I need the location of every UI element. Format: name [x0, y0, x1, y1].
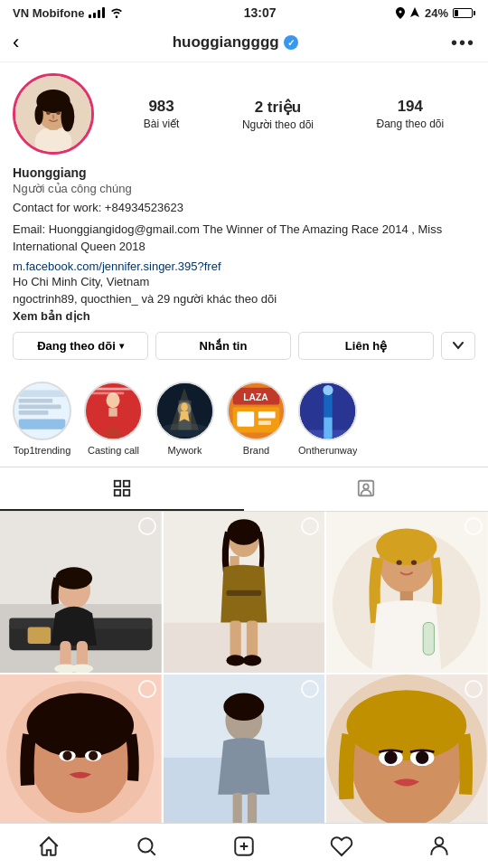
username-display: huoggiangggg ✓ — [173, 33, 298, 52]
verified-badge: ✓ — [284, 35, 298, 50]
svg-point-91 — [385, 751, 398, 764]
nav-search[interactable] — [127, 826, 166, 866]
profile-contact: Contact for work: +84934523623 — [13, 199, 475, 217]
svg-point-94 — [138, 838, 152, 852]
grid-photo-2[interactable] — [164, 512, 325, 674]
select-circle-1 — [138, 517, 156, 535]
status-time: 13:07 — [244, 5, 277, 20]
highlight-circle-mywork — [155, 382, 214, 440]
more-button[interactable] — [441, 332, 475, 360]
followers-label: Người theo dõi — [242, 118, 314, 131]
status-right: 24% — [396, 6, 475, 20]
profile-icon — [427, 835, 451, 858]
profile-followed-by: ngoctrinh89, quocthien_ và 29 người khác… — [13, 292, 475, 306]
profile-name: Huonggiang — [13, 165, 475, 180]
svg-rect-50 — [77, 640, 88, 666]
highlight-runway[interactable]: Ontherunway — [298, 382, 357, 456]
grid-photo-6[interactable] — [326, 675, 488, 836]
svg-rect-31 — [258, 420, 271, 425]
nav-activity[interactable] — [322, 826, 361, 866]
svg-rect-61 — [247, 620, 258, 657]
svg-point-62 — [226, 655, 244, 665]
highlight-top1trending[interactable]: Top1trending — [13, 382, 71, 456]
followers-count: 2 triệu — [242, 98, 314, 117]
svg-rect-36 — [324, 417, 332, 438]
battery-icon — [453, 8, 475, 18]
person-tag-icon — [356, 478, 376, 498]
svg-rect-14 — [19, 419, 66, 429]
svg-point-7 — [46, 111, 51, 115]
svg-rect-40 — [124, 489, 129, 495]
svg-rect-60 — [230, 620, 240, 657]
stat-following[interactable]: 194 Đang theo dõi — [376, 98, 444, 131]
svg-point-6 — [34, 105, 42, 125]
highlight-label-mywork: Mywork — [168, 445, 202, 456]
svg-point-75 — [27, 693, 134, 758]
contact-button[interactable]: Liên hệ — [298, 332, 434, 360]
carrier-label: VN Mobifone — [13, 6, 84, 20]
svg-rect-19 — [90, 392, 125, 394]
highlight-circle-casting — [84, 382, 143, 440]
translate-button[interactable]: Xem bản dịch — [13, 309, 475, 323]
tab-grid[interactable] — [0, 467, 244, 511]
back-button[interactable]: ‹ — [13, 31, 19, 54]
posts-label: Bài viết — [144, 118, 180, 130]
avatar — [13, 73, 94, 155]
heart-icon — [330, 835, 353, 858]
select-circle-4 — [138, 680, 156, 698]
svg-rect-71 — [424, 622, 435, 655]
following-count: 194 — [376, 98, 444, 116]
chevron-down-icon — [452, 339, 465, 352]
svg-point-48 — [55, 567, 92, 590]
highlight-casting[interactable]: Casting call — [84, 382, 143, 456]
tab-tagged[interactable] — [244, 467, 488, 511]
following-button[interactable]: Đang theo dõi ▾ — [13, 332, 148, 360]
profile-subtitle: Người của công chúng — [13, 182, 475, 195]
select-circle-3 — [465, 517, 483, 535]
direction-icon — [409, 7, 420, 18]
highlight-circle-top1 — [13, 382, 71, 440]
more-options-button[interactable]: ••• — [451, 33, 475, 53]
nav-add[interactable] — [224, 826, 264, 866]
svg-point-42 — [363, 484, 369, 489]
nav-profile[interactable] — [419, 826, 459, 866]
svg-point-69 — [411, 560, 417, 564]
wifi-icon — [109, 7, 124, 18]
svg-text:LAZA: LAZA — [243, 392, 268, 401]
svg-rect-10 — [19, 390, 66, 397]
highlights-row: Top1trending Casting call — [0, 374, 488, 467]
highlight-brand[interactable]: LAZA Brand — [227, 382, 286, 456]
nav-home[interactable] — [29, 826, 69, 866]
svg-point-77 — [62, 751, 71, 760]
highlight-thumb-brand-image: LAZA — [229, 382, 284, 440]
stat-followers[interactable]: 2 triệu Người theo dõi — [242, 98, 314, 131]
location-icon — [396, 7, 405, 19]
grid-photo-4[interactable] — [0, 675, 162, 836]
avatar-image — [15, 76, 91, 152]
content-tabs — [0, 467, 488, 512]
svg-rect-49 — [60, 640, 70, 666]
svg-point-52 — [71, 664, 94, 673]
signal-icon — [89, 7, 105, 18]
message-button[interactable]: Nhắn tin — [155, 332, 291, 360]
profile-stats: 983 Bài viết 2 triệu Người theo dõi 194 … — [112, 98, 475, 131]
profile-section: 983 Bài viết 2 triệu Người theo dõi 194 … — [0, 62, 488, 374]
profile-link[interactable]: m.facebook.com/jennifer.singer.395?fref — [13, 259, 475, 273]
svg-point-93 — [416, 751, 428, 764]
home-icon — [37, 835, 61, 858]
battery-label: 24% — [425, 6, 448, 20]
svg-rect-59 — [226, 590, 261, 595]
chevron-down-icon: ▾ — [119, 341, 124, 351]
svg-point-68 — [397, 560, 402, 564]
highlight-mywork[interactable]: Mywork — [155, 382, 214, 456]
svg-point-63 — [242, 655, 260, 665]
grid-photo-3[interactable] — [326, 512, 488, 674]
svg-point-57 — [227, 519, 260, 545]
highlight-thumb-mywork-image — [157, 382, 212, 440]
svg-point-89 — [347, 691, 467, 761]
svg-rect-30 — [258, 410, 276, 418]
photo-grid — [0, 512, 488, 836]
following-label: Đang theo dõi — [376, 118, 444, 130]
grid-photo-5[interactable] — [164, 675, 325, 836]
grid-photo-1[interactable] — [0, 512, 162, 674]
